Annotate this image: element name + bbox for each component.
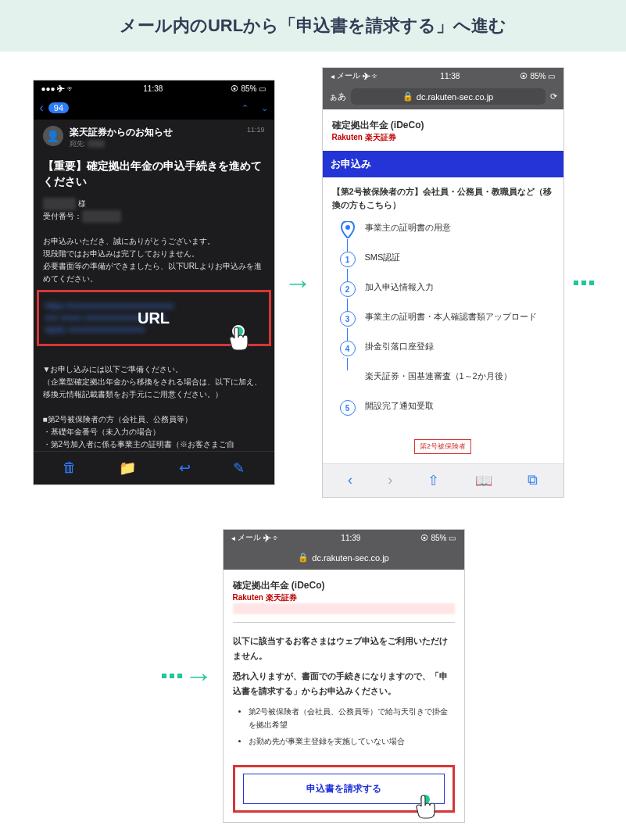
email-subject: 【重要】確定拠出年金の申込手続きを進めてください [34, 155, 274, 197]
url-label: URL [138, 309, 170, 327]
phone-web-request-screenshot: ◂メール ✈ ᯤ 11:39 ⦿ 85% ▭ 🔒dc.rakuten-sec.c… [223, 529, 465, 823]
addressee-label: 宛先: xxxxx [70, 139, 173, 149]
tap-hand-icon [415, 793, 442, 826]
down-chevron-icon[interactable]: ⌄ [261, 103, 268, 113]
bookmarks-icon[interactable]: 📖 [475, 472, 492, 489]
phone-mail-screenshot: ●●● ✈ ᯤ 11:38 ⦿ 85% ▭ ‹ 94 ⌃ ⌄ 👤 楽天証券からの… [33, 80, 275, 484]
email-time: 11:19 [247, 126, 265, 134]
arrow-dashed-icon [574, 281, 594, 285]
folder-icon[interactable]: 📁 [119, 459, 136, 477]
phone-web-steps-screenshot: ◂メール ✈ ᯤ 11:38 ⦿ 85% ▭ ぁあ 🔒dc.rakuten-se… [322, 67, 564, 498]
share-icon[interactable]: ⇧ [427, 472, 439, 489]
unread-badge: 94 [48, 102, 69, 113]
category-tag: 第2号被保険者 [414, 439, 471, 454]
mail-toolbar: 🗑 📁 ↩ ✎ [34, 451, 274, 484]
section-header: お申込み [323, 151, 563, 177]
reply-icon[interactable]: ↩ [179, 459, 191, 477]
web-content: 確定拠出年金 (iDeCo) Rakuten 楽天証券 お申込み 【第2号被保険… [323, 109, 563, 463]
back-chevron-icon[interactable]: ‹ [40, 101, 44, 115]
email-body-continued: ▼お申し込みには以下ご準備ください。 （企業型確定拠出年金から移換をされる場合は… [34, 351, 274, 451]
status-time: 11:38 [440, 72, 460, 80]
arrow-right-icon: → [284, 266, 313, 299]
page-title: 確定拠出年金 (iDeCo) [233, 579, 455, 592]
request-button-highlight: 申込書を請求する [233, 765, 455, 813]
pin-icon [340, 222, 356, 238]
url-highlight-box[interactable]: https://xxxxxxxxxxxxxxxxxxxxxxxxxxx xxxx… [37, 290, 271, 346]
svg-point-1 [345, 225, 350, 230]
reload-icon[interactable]: ⟳ [550, 91, 557, 102]
status-bar: ◂メール ✈ ᯤ 11:39 ⦿ 85% ▭ [224, 530, 464, 545]
status-bar: ◂メール ✈ ᯤ 11:38 ⦿ 85% ▭ [323, 68, 563, 84]
forward-icon[interactable]: › [388, 472, 392, 489]
status-bar: ●●● ✈ ᯤ 11:38 ⦿ 85% ▭ [34, 80, 274, 96]
mail-navbar: ‹ 94 ⌃ ⌄ [34, 96, 274, 120]
web-content: 確定拠出年金 (iDeCo) Rakuten 楽天証券 以下に該当するお客さまは… [224, 570, 464, 822]
tabs-icon[interactable]: ⧉ [528, 472, 538, 489]
up-chevron-icon[interactable]: ⌃ [241, 103, 249, 113]
page-title: 確定拠出年金 (iDeCo) [332, 119, 554, 132]
arrow-dashed-icon: → [162, 659, 213, 692]
email-header: 👤 楽天証券からのお知らせ 宛先: xxxxx 11:19 [34, 120, 274, 155]
brand-label: Rakuten 楽天証券 [233, 592, 455, 603]
redacted-bar [233, 603, 455, 614]
email-body: xxxx xxxx 様 受付番号：xxxxxxxxxx お申込みいただき、誠にあ… [34, 198, 274, 285]
status-time: 11:38 [143, 84, 163, 93]
safari-urlbar: 🔒dc.rakuten-sec.co.jp [224, 545, 464, 570]
url-field[interactable]: 🔒dc.rakuten-sec.co.jp [287, 550, 399, 565]
trash-icon[interactable]: 🗑 [63, 459, 77, 477]
tap-hand-icon [228, 325, 255, 358]
compose-icon[interactable]: ✎ [233, 459, 245, 477]
category-title: 【第2号被保険者の方】会社員・公務員・教職員など（移換の方もこちら） [332, 185, 554, 211]
back-icon[interactable]: ‹ [348, 472, 352, 489]
avatar-icon: 👤 [43, 126, 63, 146]
status-time: 11:39 [341, 534, 360, 542]
safari-urlbar: ぁあ 🔒dc.rakuten-sec.co.jp ⟳ [323, 84, 563, 109]
steps-list: 事業主の証明書の用意 1SMS認証 2加入申込情報入力 3事業主の証明書・本人確… [332, 222, 554, 416]
notice-box: 以下に該当するお客さまはウェブ申込をご利用いただけません。 恐れ入りますが、書面… [233, 631, 455, 757]
text-size-icon[interactable]: ぁあ [329, 91, 346, 102]
instruction-banner: メール内のURLから「申込書を請求する」へ進む [0, 0, 626, 52]
safari-toolbar: ‹ › ⇧ 📖 ⧉ [323, 463, 563, 497]
sender-name: 楽天証券からのお知らせ [70, 126, 173, 139]
brand-label: Rakuten 楽天証券 [332, 132, 554, 143]
url-field[interactable]: 🔒dc.rakuten-sec.co.jp [351, 88, 546, 105]
